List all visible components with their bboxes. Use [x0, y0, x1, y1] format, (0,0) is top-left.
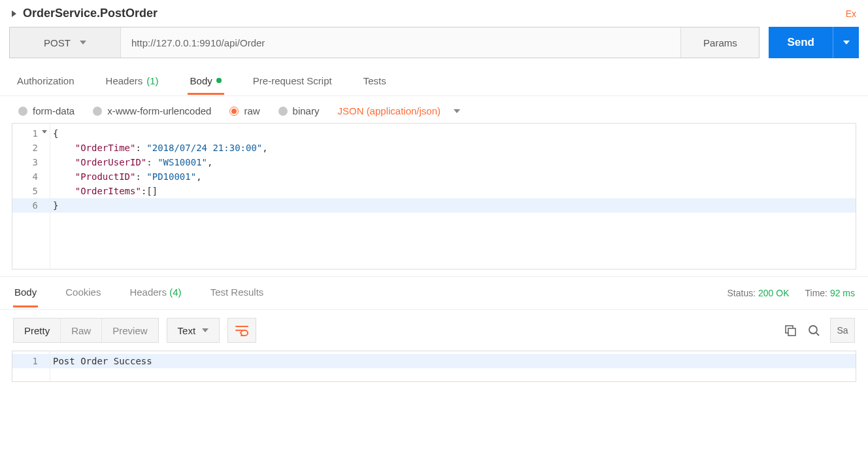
tab-label: Headers	[129, 287, 167, 298]
radio-label: form-data	[33, 105, 75, 116]
code-area[interactable]: { "OrderTime": "2018/07/24 21:30:00", "O…	[50, 124, 856, 269]
url-text: http://127.0.0.1:9910/api/Order	[131, 37, 265, 48]
label: Pretty	[24, 325, 50, 336]
code-line: Post Order Success	[50, 354, 856, 368]
chevron-down-icon	[80, 41, 86, 44]
line-gutter: 1 2 3 4 5 6	[12, 124, 50, 269]
params-button[interactable]: Params	[680, 27, 759, 58]
tab-authorization[interactable]: Authorization	[14, 69, 77, 95]
code-token: {	[53, 128, 58, 139]
request-bar: POST http://127.0.0.1:9910/api/Order Par…	[0, 27, 868, 67]
code-token: []	[146, 186, 158, 196]
request-body-editor[interactable]: 1 2 3 4 5 6 { "OrderTime": "2018/07/24 2…	[12, 123, 856, 269]
chevron-down-icon	[202, 328, 209, 332]
tab-tests[interactable]: Tests	[361, 69, 389, 95]
gutter-line: 1	[12, 126, 50, 141]
params-label: Params	[703, 37, 737, 48]
gutter-line: 4	[12, 169, 50, 184]
tab-body[interactable]: Body	[188, 69, 224, 95]
line-gutter: 1	[12, 351, 50, 381]
code-area: Post Order Success	[50, 351, 856, 381]
fold-icon[interactable]	[42, 130, 47, 133]
code-line: {	[50, 126, 856, 141]
response-tabs-row: Body Cookies Headers (4) Test Results St…	[0, 276, 868, 310]
save-label: Sa	[837, 325, 848, 336]
gutter-line: 3	[12, 155, 50, 169]
request-title-row: OrderService.PostOrder Ex	[0, 0, 868, 27]
body-type-row: form-data x-www-form-urlencoded raw bina…	[0, 96, 868, 123]
content-type-select[interactable]: JSON (application/json)	[337, 105, 460, 116]
radio-form-data[interactable]: form-data	[18, 105, 75, 116]
svg-point-3	[809, 326, 817, 334]
resp-tab-body[interactable]: Body	[13, 279, 38, 307]
modified-dot-icon	[216, 78, 222, 83]
code-token: "PD10001"	[146, 171, 196, 182]
send-button[interactable]: Send	[769, 27, 833, 58]
resp-tab-headers[interactable]: Headers (4)	[128, 279, 182, 307]
label: Preview	[112, 325, 147, 336]
send-dropdown[interactable]	[833, 27, 859, 58]
status-label: Status:	[727, 288, 756, 298]
tab-pre-request-script[interactable]: Pre-request Script	[250, 69, 335, 95]
tab-label: Headers	[106, 75, 143, 86]
radio-raw[interactable]: raw	[229, 105, 259, 116]
resp-tab-cookies[interactable]: Cookies	[64, 279, 102, 307]
response-status: Status: 200 OK Time: 92 ms	[727, 288, 855, 298]
radio-icon	[229, 107, 239, 116]
radio-binary[interactable]: binary	[278, 105, 320, 116]
gutter-line: 5	[12, 184, 50, 198]
radio-icon	[278, 107, 288, 116]
code-line: "OrderTime": "2018/07/24 21:30:00",	[50, 141, 856, 155]
request-tabs: Authorization Headers (1) Body Pre-reque…	[0, 67, 868, 96]
tab-label: Pre-request Script	[253, 75, 332, 86]
expand-caret-icon[interactable]	[12, 10, 16, 17]
tab-label: Body	[14, 287, 37, 298]
examples-link[interactable]: Ex	[846, 9, 856, 19]
code-line: "OrderItems":[]	[50, 184, 856, 198]
send-button-group: Send	[769, 27, 859, 58]
method-select[interactable]: POST	[10, 27, 121, 58]
view-preview[interactable]: Preview	[101, 319, 158, 342]
code-line: "OrderUserID": "WS10001",	[50, 155, 856, 169]
send-label: Send	[787, 36, 814, 49]
line-number: 1	[33, 128, 38, 139]
view-pretty[interactable]: Pretty	[14, 319, 60, 342]
code-token: "OrderUserID"	[75, 157, 147, 167]
headers-count: (4)	[169, 287, 181, 298]
resp-tab-test-results[interactable]: Test Results	[209, 279, 265, 307]
status-value: 200 OK	[758, 288, 789, 298]
method-url-group: POST http://127.0.0.1:9910/api/Order Par…	[9, 27, 760, 58]
code-token: "2018/07/24 21:30:00"	[146, 143, 262, 153]
save-response-button[interactable]: Sa	[830, 318, 855, 343]
content-type-label: JSON (application/json)	[337, 105, 441, 116]
code-token: }	[53, 200, 58, 211]
tab-headers[interactable]: Headers (1)	[103, 69, 161, 95]
view-mode-group: Pretty Raw Preview	[13, 318, 159, 343]
chevron-down-icon	[454, 109, 460, 113]
radio-label: x-www-form-urlencoded	[107, 105, 211, 116]
response-toolbar: Pretty Raw Preview Text Sa	[0, 310, 868, 351]
response-body-editor[interactable]: 1 Post Order Success	[12, 351, 856, 382]
time-label: Time:	[805, 288, 827, 298]
radio-icon	[93, 107, 102, 116]
radio-urlencoded[interactable]: x-www-form-urlencoded	[93, 105, 211, 116]
view-raw[interactable]: Raw	[60, 319, 101, 342]
code-token: "OrderTime"	[75, 143, 136, 153]
gutter-line: 2	[12, 141, 50, 155]
request-title: OrderService.PostOrder	[23, 7, 846, 20]
gutter-line: 6	[12, 198, 50, 213]
radio-icon	[18, 107, 27, 116]
code-token: "OrderItems"	[75, 186, 141, 196]
code-token: "ProductID"	[75, 171, 136, 182]
search-icon[interactable]	[807, 323, 821, 338]
text-mode-select[interactable]: Text	[167, 318, 220, 343]
gutter-line: 1	[12, 354, 50, 368]
url-input[interactable]: http://127.0.0.1:9910/api/Order	[121, 27, 680, 58]
wrap-lines-button[interactable]	[227, 318, 256, 343]
copy-icon[interactable]	[783, 323, 797, 338]
code-line: "ProductID": "PD10001",	[50, 169, 856, 184]
response-tabs: Body Cookies Headers (4) Test Results	[13, 279, 727, 307]
tab-label: Body	[190, 75, 212, 86]
toolbar-right: Sa	[783, 318, 855, 343]
svg-line-4	[816, 333, 819, 336]
